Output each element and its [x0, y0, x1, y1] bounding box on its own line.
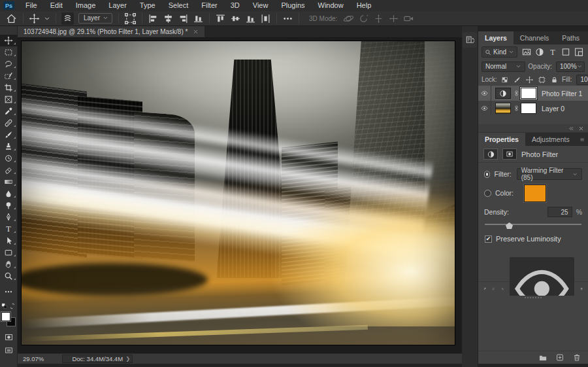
align-l-icon[interactable] — [148, 13, 159, 24]
mask-badge[interactable] — [502, 149, 517, 160]
preserve-luminosity-row[interactable]: ✔ Preserve Luminosity — [478, 232, 588, 245]
photo-filter-badge[interactable] — [483, 149, 498, 160]
dist-h-icon[interactable] — [260, 13, 271, 24]
density-value-field[interactable]: 25 — [547, 207, 572, 217]
px-filter-icon[interactable] — [521, 47, 532, 57]
color-swatch[interactable] — [524, 184, 546, 202]
fill-dropdown[interactable]: 100% — [576, 75, 588, 85]
filter-radio[interactable] — [484, 171, 490, 178]
cam3d-icon[interactable] — [403, 13, 414, 24]
swap-colors-icon[interactable] — [9, 303, 16, 309]
adj-filter-icon[interactable] — [534, 47, 545, 57]
close-document-icon[interactable] — [193, 29, 199, 35]
zoom-level[interactable]: 29.07% — [19, 355, 48, 362]
mask-link-icon[interactable] — [514, 104, 519, 113]
menu-item-view[interactable]: View — [246, 0, 275, 11]
layer-visibility-toggle[interactable] — [478, 86, 491, 101]
artboard-icon[interactable] — [538, 76, 546, 84]
opacity-dropdown[interactable]: 100% — [556, 61, 585, 72]
path-selection-tool[interactable] — [0, 235, 18, 247]
preserve-luminosity-checkbox[interactable]: ✔ — [485, 236, 492, 243]
eyedropper-tool[interactable] — [0, 105, 18, 117]
menu-item-image[interactable]: Image — [69, 0, 103, 11]
history-brush-tool[interactable] — [0, 152, 18, 164]
close-panel-icon[interactable] — [578, 126, 584, 131]
layer-name[interactable]: Layer 0 — [542, 105, 564, 113]
status-caret-icon[interactable]: ❯ — [126, 356, 131, 362]
move-tool-icon[interactable] — [29, 13, 40, 24]
align-r-icon[interactable] — [178, 13, 189, 24]
quick-mask-mode-icon[interactable] — [4, 333, 14, 341]
smart-filter-icon[interactable] — [574, 47, 584, 57]
adjustment-layer-thumbnail[interactable] — [495, 88, 511, 99]
default-colors-icon[interactable] — [1, 303, 8, 309]
lock-icon[interactable] — [550, 76, 559, 84]
edit-toolbar-button[interactable] — [0, 286, 18, 298]
menu-item-window[interactable]: Window — [312, 0, 350, 11]
dist-b-icon[interactable] — [245, 13, 256, 24]
tab-paths[interactable]: Paths — [555, 31, 586, 44]
delete-adjustment-icon[interactable] — [580, 285, 583, 293]
object-selection-tool[interactable] — [0, 70, 18, 82]
brush-tool[interactable] — [0, 129, 18, 141]
move-tool[interactable] — [0, 35, 18, 46]
menu-item-plugins[interactable]: Plugins — [274, 0, 311, 11]
brush-s-icon[interactable] — [513, 76, 521, 84]
frame-tool[interactable] — [0, 94, 18, 105]
move-s-icon[interactable] — [525, 76, 534, 84]
panel-menu-icon[interactable] — [580, 135, 585, 144]
tab-channels[interactable]: Channels — [514, 31, 555, 44]
foreground-color-swatch[interactable] — [1, 312, 10, 321]
color-radio[interactable] — [484, 190, 491, 197]
blur-tool[interactable] — [0, 188, 18, 200]
hand-tool[interactable] — [0, 258, 18, 270]
more-options-icon[interactable] — [282, 13, 293, 24]
reset-adjustment-icon[interactable] — [501, 285, 504, 293]
slider-track[interactable] — [485, 224, 581, 225]
layer-mask-thumbnail[interactable] — [521, 103, 536, 114]
menu-item-3d[interactable]: 3D — [224, 0, 246, 11]
layer-row-photo-filter[interactable]: Photo Filter 1 — [478, 86, 588, 101]
pan3d-icon[interactable] — [373, 13, 384, 24]
transform-controls-icon[interactable] — [124, 12, 137, 25]
tab-properties[interactable]: Properties — [478, 133, 525, 146]
dodge-tool[interactable] — [0, 200, 18, 211]
collapse-to-icons-icon[interactable] — [568, 126, 574, 131]
gradient-tool[interactable] — [0, 176, 18, 188]
layer-visibility-toggle[interactable] — [478, 101, 491, 116]
canvas-image[interactable] — [22, 41, 455, 345]
layer-mask-thumbnail[interactable] — [521, 88, 536, 99]
align-ch-icon[interactable] — [163, 13, 174, 24]
filter-kind-dropdown[interactable]: Kind — [482, 46, 517, 58]
roll3d-icon[interactable] — [358, 13, 369, 24]
tab-adjustments[interactable]: Adjustments — [525, 133, 576, 146]
lasso-tool[interactable] — [0, 58, 18, 70]
pen-tool[interactable] — [0, 211, 18, 223]
type-tool[interactable]: T — [0, 223, 18, 235]
tab-layers[interactable]: Layers — [478, 31, 514, 44]
document-tab[interactable]: 103724948.jpg @ 29.1% (Photo Filter 1, L… — [18, 26, 204, 37]
dist-cv-icon[interactable] — [230, 13, 241, 24]
checker-icon[interactable] — [500, 76, 509, 84]
layer-image-thumbnail[interactable] — [495, 103, 511, 114]
marquee-tool[interactable] — [0, 46, 18, 58]
new-layer-icon[interactable] — [555, 353, 564, 362]
dist-t-icon[interactable] — [215, 13, 226, 24]
crop-tool[interactable] — [0, 82, 18, 94]
align-b-icon[interactable] — [193, 13, 204, 24]
screen-mode-icon[interactable] — [4, 346, 14, 355]
clone-stamp-tool[interactable] — [0, 141, 18, 152]
clip-to-layer-icon[interactable] — [483, 285, 486, 293]
delete-icon[interactable] — [572, 353, 581, 362]
menu-item-layer[interactable]: Layer — [102, 0, 133, 11]
slide3d-icon[interactable] — [388, 13, 399, 24]
menu-item-file[interactable]: File — [19, 0, 44, 11]
orbit3d-icon[interactable] — [343, 13, 354, 24]
view-previous-state-icon[interactable] — [492, 285, 495, 293]
home-icon[interactable] — [5, 12, 18, 25]
healing-brush-tool[interactable] — [0, 117, 18, 129]
mask-link-icon[interactable] — [514, 89, 519, 97]
tool-preset-chevron-icon[interactable] — [44, 13, 50, 24]
zoom-tool[interactable] — [0, 270, 18, 282]
layer-name[interactable]: Photo Filter 1 — [542, 90, 582, 97]
